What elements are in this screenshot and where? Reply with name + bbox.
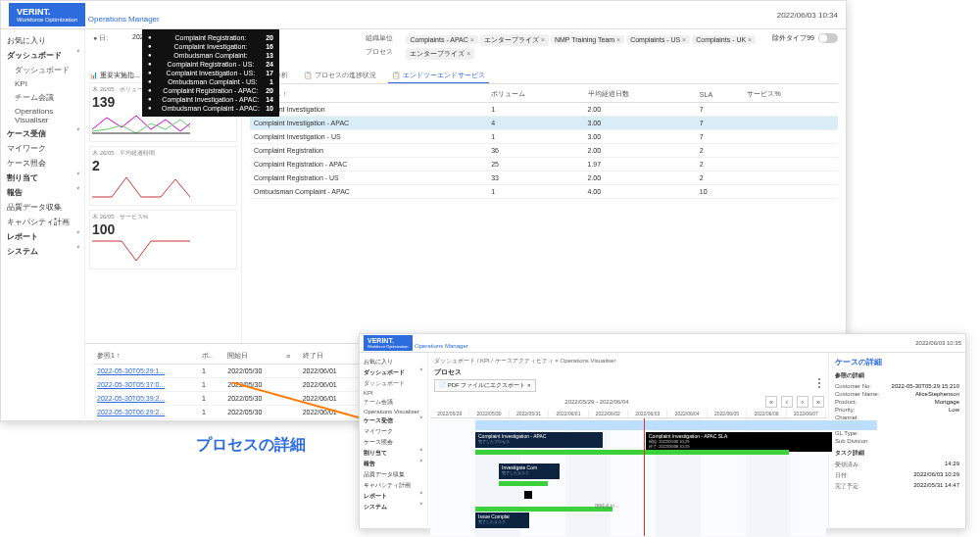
column-header[interactable]: SLA: [696, 86, 744, 103]
sidebar-item-reports[interactable]: レポート: [1, 229, 84, 244]
detail-row: Customer No:2022-05-30T05:29:15:210: [835, 382, 959, 390]
sidebar-item[interactable]: 報告: [360, 459, 427, 469]
reference-link[interactable]: 2022-05-30T05:37:0...: [93, 378, 198, 392]
sidebar-item[interactable]: レポート: [360, 491, 427, 502]
sidebar-item[interactable]: 品質データ収集: [360, 469, 427, 480]
app-title: Operations Manager: [88, 15, 160, 24]
column-header[interactable]: ボリューム: [487, 86, 583, 103]
filter-chip[interactable]: Complaints - APAC: [406, 35, 477, 44]
column-header[interactable]: 終了日: [299, 348, 358, 365]
tabs: 週期間分析 📋 プロセスの進捗状況 📋 エンドツーエンドサービス: [250, 69, 838, 84]
sidebar-item[interactable]: KPI: [360, 389, 427, 397]
exclude-toggle[interactable]: [818, 33, 838, 43]
sidebar-item[interactable]: システム: [360, 502, 427, 513]
column-header[interactable]: プロセス ↑: [250, 86, 487, 103]
table-row[interactable]: Complaint Investigation12.007: [250, 103, 838, 117]
table-row[interactable]: Complaint Investigation - US13.007: [250, 130, 838, 144]
sidebar-item-case-receive[interactable]: ケース受信: [1, 126, 84, 141]
detail-row: GL Type:: [835, 429, 959, 437]
sidebar-item-quality[interactable]: 品質データ収集: [1, 200, 84, 215]
reference-link[interactable]: 2022-05-30T05:29:1...: [93, 365, 198, 378]
gantt-body[interactable]: Complaint Investigation - APAC完了したプロセス C…: [430, 418, 826, 536]
table-row[interactable]: Complaint Investigation - APAC43.007: [250, 117, 838, 130]
gantt-prev-week-button[interactable]: «: [765, 396, 777, 408]
gantt-bar-green-1[interactable]: [475, 450, 789, 455]
gantt-date-cell: 2022/06/04: [667, 410, 707, 417]
sidebar-item-team-meeting[interactable]: チーム会議: [1, 90, 84, 105]
case-detail-panel: ケースの詳細 参照の詳細 Customer No:2022-05-30T05:2…: [828, 353, 965, 531]
gantt-date-cell: 2022/06/06: [747, 410, 786, 417]
gantt-bar-sla[interactable]: Complaint Investigation - APAC SLA開始: 20…: [646, 432, 832, 452]
reference-detail-heading: 参照の詳細: [835, 371, 959, 380]
table-row[interactable]: Complaint Registration362.002: [250, 144, 838, 158]
sidebar-item-kpi[interactable]: KPI: [1, 77, 84, 90]
sidebar-item[interactable]: ケース受信: [360, 415, 427, 426]
proc-label: プロセス: [366, 47, 401, 57]
gantt-bar-issue[interactable]: Issue Complai完了したタスク: [475, 513, 529, 528]
sidebar-item[interactable]: Operations Visualiser: [360, 408, 427, 415]
table-row[interactable]: Complaint Registration - APAC251.972: [250, 158, 838, 171]
reference-link[interactable]: 2022-05-30T06:29:2...: [93, 406, 198, 419]
column-header[interactable]: ボ..: [198, 348, 223, 365]
gantt-bar-green-3[interactable]: [475, 507, 612, 512]
tab-e2e[interactable]: 📋 エンドツーエンドサービス: [388, 69, 489, 83]
tab-progress[interactable]: 📋 プロセスの進捗状況: [300, 69, 380, 83]
tooltip-row: Complaint Registration - US:24: [148, 60, 273, 69]
reference-link[interactable]: 2022-05-30T05:39:2...: [93, 392, 198, 406]
gantt-bar-process-span[interactable]: [475, 420, 877, 430]
sidebar-item-dashboard[interactable]: ダッシュボード: [1, 63, 84, 77]
column-header[interactable]: サービス%: [743, 86, 838, 103]
process-table: プロセス ↑ボリューム平均経過日数SLAサービス% Complaint Inve…: [250, 86, 838, 199]
breadcrumb[interactable]: ダッシュボード / KPI / ケースアクティビティ × Operations …: [430, 355, 826, 367]
filter-chip[interactable]: エンタープライズ: [480, 34, 549, 46]
sidebar-item[interactable]: チーム会議: [360, 397, 427, 408]
gantt-next-week-button[interactable]: »: [812, 396, 824, 408]
column-header[interactable]: ≡: [282, 348, 299, 365]
gantt-prev-day-button[interactable]: ‹: [781, 396, 793, 408]
sidebar-item-mywork[interactable]: マイワーク: [1, 141, 84, 156]
gantt-date-cell: 2022/06/05: [708, 410, 747, 417]
sidebar-item[interactable]: ケース照会: [360, 437, 427, 448]
sidebar-item-case-lookup[interactable]: ケース照会: [1, 156, 84, 171]
annotation-label: プロセスの詳細: [196, 435, 306, 456]
gantt-next-day-button[interactable]: ›: [797, 396, 808, 408]
tooltip-row: Complaint Registration - APAC:20: [148, 86, 273, 95]
kebab-menu-icon[interactable]: [814, 378, 824, 392]
filter-chip[interactable]: Complaints - US: [626, 35, 690, 44]
sidebar-item-report-grp[interactable]: 報告: [1, 185, 84, 200]
table-row[interactable]: Ombudsman Complaint - APAC14.0010: [250, 185, 838, 199]
case-detail-title: ケースの詳細: [835, 357, 959, 367]
sidebar-item[interactable]: マイワーク: [360, 426, 427, 437]
gantt-bar-investigate[interactable]: Investigate Com完了したタスク: [499, 464, 560, 479]
task-detail-heading: タスク詳細: [835, 449, 959, 458]
filter-chip[interactable]: Complaints - UK: [692, 35, 756, 44]
sidebar-item[interactable]: ダッシュボード: [360, 367, 427, 378]
sidebar: お気に入り ダッシュボード ダッシュボード KPI チーム会議 Operatio…: [1, 29, 85, 423]
sidebar-item-system[interactable]: システム: [1, 244, 84, 259]
org-chips: Complaints - APACエンタープライズNMP Training Te…: [405, 33, 757, 47]
gantt-bar-green-2[interactable]: [499, 481, 548, 486]
sidebar-small: お気に入りダッシュボードダッシュボードKPIチーム会議Operations Vi…: [360, 353, 428, 531]
sidebar-item[interactable]: ダッシュボード: [360, 378, 427, 389]
column-header[interactable]: 平均経過日数: [584, 86, 696, 103]
table-row[interactable]: Complaint Registration - US332.002: [250, 171, 838, 185]
sidebar-item-assign[interactable]: 割り当て: [1, 171, 84, 185]
gantt-bar-investigation-apac[interactable]: Complaint Investigation - APAC完了したプロセス: [475, 432, 603, 448]
detail-window: VERINT.Workforce Optimization Operations…: [359, 333, 966, 529]
sidebar-item-capacity[interactable]: キャパシティ計画: [1, 215, 84, 229]
sidebar-item-dashboard-group[interactable]: ダッシュボード: [1, 48, 84, 63]
sidebar-item[interactable]: 割り当て: [360, 448, 427, 459]
sidebar-item-ops-visualiser[interactable]: Operations Visualiser: [1, 105, 84, 126]
sidebar-item[interactable]: お気に入り: [360, 357, 427, 367]
sidebar-item-favorites[interactable]: お気に入り: [1, 33, 84, 48]
filter-chip[interactable]: エンタープライズ: [406, 48, 474, 60]
sidebar-item[interactable]: キャパシティ計画: [360, 480, 427, 491]
column-header[interactable]: 参照1 ↑: [93, 348, 198, 365]
filter-chip[interactable]: NMP Training Team: [551, 35, 624, 44]
brand-logo-small: VERINT.Workforce Optimization: [364, 335, 413, 351]
gantt-milestone[interactable]: [524, 491, 532, 499]
now-label: 現時点が...: [595, 503, 618, 509]
column-header[interactable]: 開始日: [223, 348, 282, 365]
export-pdf-button[interactable]: 📄 PDF ファイルにエクスポート ×: [434, 379, 536, 392]
tooltip-row: Complaint Investigation - APAC:14: [148, 95, 273, 104]
